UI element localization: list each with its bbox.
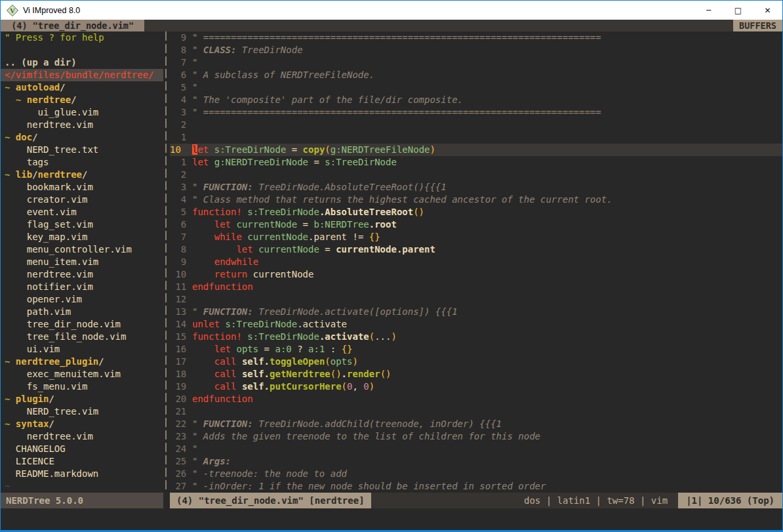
tree-row[interactable]: NERD_tree.txt <box>1 144 163 156</box>
token: ) <box>430 144 435 155</box>
line-text: " FUNCTION: TreeDirNode.AbsoluteTreeRoot… <box>192 181 447 194</box>
minimize-button[interactable]: ─ <box>694 1 723 20</box>
code-line[interactable]: 12 <box>170 293 782 306</box>
close-button[interactable]: ✕ <box>753 1 782 20</box>
tree-row[interactable]: opener.vim <box>1 293 163 306</box>
code-line[interactable]: 3 " FUNCTION: TreeDirNode.AbsoluteTreeRo… <box>170 181 782 194</box>
tree-row[interactable]: flag_set.vim <box>1 218 163 231</box>
tree-row[interactable]: ~ doc/ <box>1 131 163 144</box>
code-line[interactable]: 25 " Args: <box>170 455 782 468</box>
code-line[interactable]: 24 " <box>170 443 782 455</box>
code-line[interactable]: 13 " FUNCTION: TreeDirNode.activate([opt… <box>170 306 782 318</box>
code-line[interactable]: 2 <box>170 119 782 131</box>
code-line[interactable]: 23 " Adds the given treenode to the list… <box>170 430 782 443</box>
command-line[interactable] <box>1 508 782 530</box>
tree-row[interactable]: menu_item.vim <box>1 256 163 268</box>
tree-row[interactable]: notifier.vim <box>1 281 163 293</box>
tree-row[interactable]: exec_menuitem.vim <box>1 368 163 380</box>
tree-row[interactable]: nerdtree.vim <box>1 268 163 281</box>
code-line[interactable]: 4 " The 'composite' part of the file/dir… <box>170 94 782 106</box>
tree-row[interactable]: tree_file_node.vim <box>1 331 163 343</box>
code-line[interactable]: 18 call self.getNerdtree().render() <box>170 368 782 380</box>
tree-row[interactable]: event.vim <box>1 206 163 218</box>
tree-row[interactable]: tags <box>1 156 163 169</box>
code-line[interactable]: 6 let currentNode = b:NERDTree.root <box>170 218 782 231</box>
token: fs_menu.vim <box>5 381 87 392</box>
tree-row[interactable]: ~ nerdtree/ <box>1 94 163 106</box>
line-text: " -inOrder: 1 if the new node should be … <box>192 480 546 493</box>
tree-row[interactable]: ~ plugin/ <box>1 393 163 405</box>
code-line[interactable]: 5 function! s:TreeDirNode.AbsoluteTreeRo… <box>170 206 782 218</box>
tree-row[interactable]: creator.vim <box>1 194 163 206</box>
code-line[interactable]: 10 return currentNode <box>170 268 782 281</box>
code-line[interactable]: 11 endfunction <box>170 281 782 293</box>
tree-row[interactable]: fs_menu.vim <box>1 380 163 393</box>
tree-row[interactable]: NERD_tree.vim <box>1 405 163 418</box>
code-line[interactable]: 2 <box>170 169 782 181</box>
token <box>192 232 214 242</box>
token: plugin <box>16 394 49 404</box>
tree-row[interactable]: menu_controller.vim <box>1 243 163 256</box>
code-line[interactable]: 15 function! s:TreeDirNode.activate(...) <box>170 331 782 343</box>
tree-row[interactable]: nerdtree.vim <box>1 430 163 443</box>
nerdtree-panel: " Press ? for help.. (up a dir)</vimfile… <box>1 31 163 493</box>
tree-row[interactable]: bookmark.vim <box>1 181 163 194</box>
tree-row[interactable]: LICENCE <box>1 455 163 468</box>
code-line[interactable]: 7 " <box>170 56 782 69</box>
code-line[interactable]: 8 let currentNode = currentNode.parent <box>170 243 782 256</box>
token: ~ <box>5 419 16 429</box>
code-line[interactable]: 4 " Class method that returns the highes… <box>170 194 782 206</box>
tree-row[interactable] <box>1 44 163 56</box>
maximize-button[interactable]: □ <box>723 1 753 20</box>
tree-row[interactable]: ~ <box>1 480 163 493</box>
code-line[interactable]: 8 " CLASS: TreeDirNode <box>170 44 782 56</box>
code-line-current[interactable]: 10 let s:TreeDirNode = copy(g:NERDTreeFi… <box>170 144 782 156</box>
code-line[interactable]: 20 endfunction <box>170 393 782 405</box>
code-line[interactable]: 3 " ====================================… <box>170 106 782 119</box>
code-line[interactable]: 27 " -inOrder: 1 if the new node should … <box>170 480 782 493</box>
token: g:NERDTreeFileNode <box>331 144 430 155</box>
line-number: 22 <box>170 418 192 430</box>
tree-row[interactable]: README.markdown <box>1 468 163 480</box>
code-line[interactable]: 5 " <box>170 81 782 94</box>
code-line[interactable]: 1 <box>170 131 782 144</box>
tree-row[interactable]: ui.vim <box>1 343 163 356</box>
tree-row[interactable]: CHANGELOG <box>1 443 163 455</box>
token <box>236 381 241 392</box>
code-line[interactable]: 19 call self.putCursorHere(0, 0) <box>170 380 782 393</box>
code-line[interactable]: 16 let opts = a:0 ? a:1 : {} <box>170 343 782 356</box>
code-line[interactable]: 9 endwhile <box>170 256 782 268</box>
code-line[interactable]: 6 " A subclass of NERDTreeFileNode. <box>170 69 782 81</box>
tree-row[interactable]: ~ syntax/ <box>1 418 163 430</box>
line-text: " ======================================… <box>192 106 601 119</box>
code-line[interactable]: 26 " -treenode: the node to add <box>170 468 782 480</box>
token: doc <box>16 132 32 142</box>
code-line[interactable]: 17 call self.toggleOpen(opts) <box>170 356 782 368</box>
tab-tree-dir-node[interactable]: (4) "tree_dir_node.vim" <box>1 20 144 31</box>
token: / <box>82 169 87 180</box>
tree-row[interactable]: key_map.vim <box>1 231 163 243</box>
tree-row[interactable]: .. (up a dir) <box>1 56 163 69</box>
tree-row[interactable]: nerdtree.vim <box>1 119 163 131</box>
tree-root-row[interactable]: </vimfiles/bundle/nerdtree/ <box>1 69 163 81</box>
tree-row[interactable]: ~ autoload/ <box>1 81 163 94</box>
tree-row[interactable]: " Press ? for help <box>1 31 163 44</box>
buffers-label[interactable]: BUFFERS <box>733 20 782 31</box>
code-line[interactable]: 9 " ====================================… <box>170 31 782 44</box>
token: currentNode <box>247 232 308 242</box>
code-line[interactable]: 1 let g:NERDTreeDirNode = s:TreeDirNode <box>170 156 782 169</box>
line-number: 1 <box>170 131 192 144</box>
token: ~ <box>5 356 16 367</box>
tree-row[interactable]: ui_glue.vim <box>1 106 163 119</box>
code-line[interactable]: 21 <box>170 405 782 418</box>
line-text: unlet s:TreeDirNode.activate <box>192 318 347 331</box>
code-line[interactable]: 14 unlet s:TreeDirNode.activate <box>170 318 782 331</box>
code-line[interactable]: 7 while currentNode.parent != {} <box>170 231 782 243</box>
window-split-separator[interactable] <box>163 31 170 493</box>
tree-row[interactable]: tree_dir_node.vim <box>1 318 163 331</box>
tree-row[interactable]: path.vim <box>1 306 163 318</box>
line-number: 1 <box>170 156 192 169</box>
tree-row[interactable]: ~ lib/nerdtree/ <box>1 169 163 181</box>
code-line[interactable]: 22 " FUNCTION: TreeDirNode.addChild(tree… <box>170 418 782 430</box>
tree-row[interactable]: ~ nerdtree_plugin/ <box>1 356 163 368</box>
